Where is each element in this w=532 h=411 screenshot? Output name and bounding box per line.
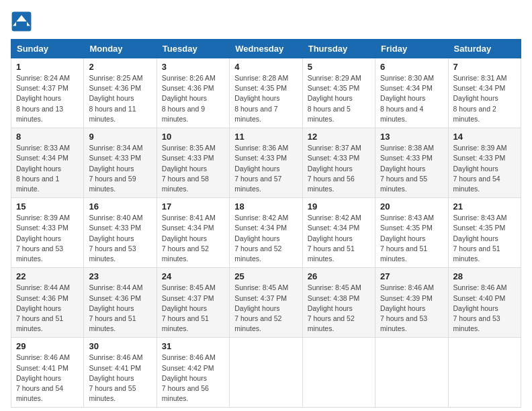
day-number: 3 xyxy=(162,62,224,72)
day-detail: Sunrise: 8:45 AM Sunset: 4:37 PM Dayligh… xyxy=(234,283,297,334)
day-number: 12 xyxy=(308,132,370,142)
logo-icon xyxy=(11,11,32,32)
day-number: 14 xyxy=(453,132,516,142)
day-detail: Sunrise: 8:28 AM Sunset: 4:35 PM Dayligh… xyxy=(234,73,297,124)
column-header-monday: Monday xyxy=(84,40,157,58)
logo xyxy=(11,11,35,32)
day-number: 13 xyxy=(380,132,443,142)
day-cell: 21 Sunrise: 8:43 AM Sunset: 4:35 PM Dayl… xyxy=(448,198,521,268)
day-number: 7 xyxy=(453,62,516,72)
day-number: 27 xyxy=(380,271,443,281)
day-cell: 14 Sunrise: 8:39 AM Sunset: 4:33 PM Dayl… xyxy=(448,128,521,198)
day-number: 23 xyxy=(89,271,151,281)
day-number: 22 xyxy=(16,271,79,281)
day-cell: 1 Sunrise: 8:24 AM Sunset: 4:37 PM Dayli… xyxy=(11,58,84,128)
day-detail: Sunrise: 8:46 AM Sunset: 4:41 PM Dayligh… xyxy=(89,353,151,404)
day-number: 30 xyxy=(89,341,151,351)
page-header xyxy=(11,11,521,32)
day-cell: 5 Sunrise: 8:29 AM Sunset: 4:35 PM Dayli… xyxy=(302,58,375,128)
day-cell: 15 Sunrise: 8:39 AM Sunset: 4:33 PM Dayl… xyxy=(11,198,84,268)
week-row-1: 1 Sunrise: 8:24 AM Sunset: 4:37 PM Dayli… xyxy=(11,58,521,128)
day-detail: Sunrise: 8:46 AM Sunset: 4:40 PM Dayligh… xyxy=(453,283,516,334)
week-row-2: 8 Sunrise: 8:33 AM Sunset: 4:34 PM Dayli… xyxy=(11,128,521,198)
day-number: 1 xyxy=(16,62,79,72)
day-cell: 22 Sunrise: 8:44 AM Sunset: 4:36 PM Dayl… xyxy=(11,268,84,338)
day-detail: Sunrise: 8:30 AM Sunset: 4:34 PM Dayligh… xyxy=(380,73,443,124)
day-cell: 2 Sunrise: 8:25 AM Sunset: 4:36 PM Dayli… xyxy=(84,58,157,128)
day-number: 9 xyxy=(89,132,151,142)
day-cell: 25 Sunrise: 8:45 AM Sunset: 4:37 PM Dayl… xyxy=(230,268,302,338)
day-detail: Sunrise: 8:44 AM Sunset: 4:36 PM Dayligh… xyxy=(89,283,151,334)
day-number: 15 xyxy=(16,201,79,212)
column-header-tuesday: Tuesday xyxy=(157,40,229,58)
day-number: 5 xyxy=(308,62,370,72)
day-detail: Sunrise: 8:46 AM Sunset: 4:39 PM Dayligh… xyxy=(380,283,443,334)
day-cell: 31 Sunrise: 8:46 AM Sunset: 4:42 PM Dayl… xyxy=(157,338,229,408)
day-number: 2 xyxy=(89,62,151,72)
day-cell: 29 Sunrise: 8:46 AM Sunset: 4:41 PM Dayl… xyxy=(11,338,84,408)
day-cell xyxy=(375,338,448,408)
day-cell: 19 Sunrise: 8:42 AM Sunset: 4:34 PM Dayl… xyxy=(302,198,375,268)
day-number: 4 xyxy=(234,62,297,72)
day-cell: 4 Sunrise: 8:28 AM Sunset: 4:35 PM Dayli… xyxy=(230,58,302,128)
day-detail: Sunrise: 8:45 AM Sunset: 4:38 PM Dayligh… xyxy=(308,283,370,334)
day-cell xyxy=(302,338,375,408)
day-number: 21 xyxy=(453,201,516,212)
week-row-5: 29 Sunrise: 8:46 AM Sunset: 4:41 PM Dayl… xyxy=(11,338,521,408)
column-header-friday: Friday xyxy=(375,40,448,58)
day-cell: 20 Sunrise: 8:43 AM Sunset: 4:35 PM Dayl… xyxy=(375,198,448,268)
day-cell: 8 Sunrise: 8:33 AM Sunset: 4:34 PM Dayli… xyxy=(11,128,84,198)
day-detail: Sunrise: 8:43 AM Sunset: 4:35 PM Dayligh… xyxy=(453,213,516,264)
day-number: 16 xyxy=(89,201,151,212)
day-detail: Sunrise: 8:45 AM Sunset: 4:37 PM Dayligh… xyxy=(162,283,224,334)
day-cell xyxy=(448,338,521,408)
day-detail: Sunrise: 8:39 AM Sunset: 4:33 PM Dayligh… xyxy=(16,213,79,264)
day-number: 26 xyxy=(308,271,370,281)
week-row-4: 22 Sunrise: 8:44 AM Sunset: 4:36 PM Dayl… xyxy=(11,268,521,338)
calendar-table: SundayMondayTuesdayWednesdayThursdayFrid… xyxy=(11,39,521,408)
day-number: 24 xyxy=(162,271,224,281)
day-number: 18 xyxy=(234,201,297,212)
day-cell: 18 Sunrise: 8:42 AM Sunset: 4:34 PM Dayl… xyxy=(230,198,302,268)
day-detail: Sunrise: 8:42 AM Sunset: 4:34 PM Dayligh… xyxy=(234,213,297,264)
column-header-saturday: Saturday xyxy=(448,40,521,58)
day-cell: 16 Sunrise: 8:40 AM Sunset: 4:33 PM Dayl… xyxy=(84,198,157,268)
day-number: 8 xyxy=(16,132,79,142)
day-detail: Sunrise: 8:37 AM Sunset: 4:33 PM Dayligh… xyxy=(308,143,370,194)
day-cell: 9 Sunrise: 8:34 AM Sunset: 4:33 PM Dayli… xyxy=(84,128,157,198)
day-cell: 12 Sunrise: 8:37 AM Sunset: 4:33 PM Dayl… xyxy=(302,128,375,198)
column-header-wednesday: Wednesday xyxy=(230,40,302,58)
day-detail: Sunrise: 8:31 AM Sunset: 4:34 PM Dayligh… xyxy=(453,73,516,124)
day-detail: Sunrise: 8:24 AM Sunset: 4:37 PM Dayligh… xyxy=(16,73,79,124)
day-cell: 24 Sunrise: 8:45 AM Sunset: 4:37 PM Dayl… xyxy=(157,268,229,338)
day-cell: 28 Sunrise: 8:46 AM Sunset: 4:40 PM Dayl… xyxy=(448,268,521,338)
day-detail: Sunrise: 8:26 AM Sunset: 4:36 PM Dayligh… xyxy=(162,73,224,124)
day-cell: 26 Sunrise: 8:45 AM Sunset: 4:38 PM Dayl… xyxy=(302,268,375,338)
day-number: 20 xyxy=(380,201,443,212)
day-detail: Sunrise: 8:42 AM Sunset: 4:34 PM Dayligh… xyxy=(308,213,370,264)
day-number: 25 xyxy=(234,271,297,281)
day-cell: 7 Sunrise: 8:31 AM Sunset: 4:34 PM Dayli… xyxy=(448,58,521,128)
day-number: 17 xyxy=(162,201,224,212)
day-detail: Sunrise: 8:44 AM Sunset: 4:36 PM Dayligh… xyxy=(16,283,79,334)
day-number: 10 xyxy=(162,132,224,142)
day-detail: Sunrise: 8:38 AM Sunset: 4:33 PM Dayligh… xyxy=(380,143,443,194)
column-header-sunday: Sunday xyxy=(11,40,84,58)
day-cell: 27 Sunrise: 8:46 AM Sunset: 4:39 PM Dayl… xyxy=(375,268,448,338)
svg-rect-2 xyxy=(16,21,27,27)
day-detail: Sunrise: 8:33 AM Sunset: 4:34 PM Dayligh… xyxy=(16,143,79,194)
day-number: 6 xyxy=(380,62,443,72)
day-cell: 11 Sunrise: 8:36 AM Sunset: 4:33 PM Dayl… xyxy=(230,128,302,198)
day-detail: Sunrise: 8:40 AM Sunset: 4:33 PM Dayligh… xyxy=(89,213,151,264)
day-cell: 13 Sunrise: 8:38 AM Sunset: 4:33 PM Dayl… xyxy=(375,128,448,198)
day-detail: Sunrise: 8:39 AM Sunset: 4:33 PM Dayligh… xyxy=(453,143,516,194)
day-number: 19 xyxy=(308,201,370,212)
day-number: 31 xyxy=(162,341,224,351)
day-cell xyxy=(230,338,302,408)
day-cell: 3 Sunrise: 8:26 AM Sunset: 4:36 PM Dayli… xyxy=(157,58,229,128)
day-cell: 23 Sunrise: 8:44 AM Sunset: 4:36 PM Dayl… xyxy=(84,268,157,338)
day-number: 29 xyxy=(16,341,79,351)
day-detail: Sunrise: 8:35 AM Sunset: 4:33 PM Dayligh… xyxy=(162,143,224,194)
day-cell: 6 Sunrise: 8:30 AM Sunset: 4:34 PM Dayli… xyxy=(375,58,448,128)
day-number: 28 xyxy=(453,271,516,281)
